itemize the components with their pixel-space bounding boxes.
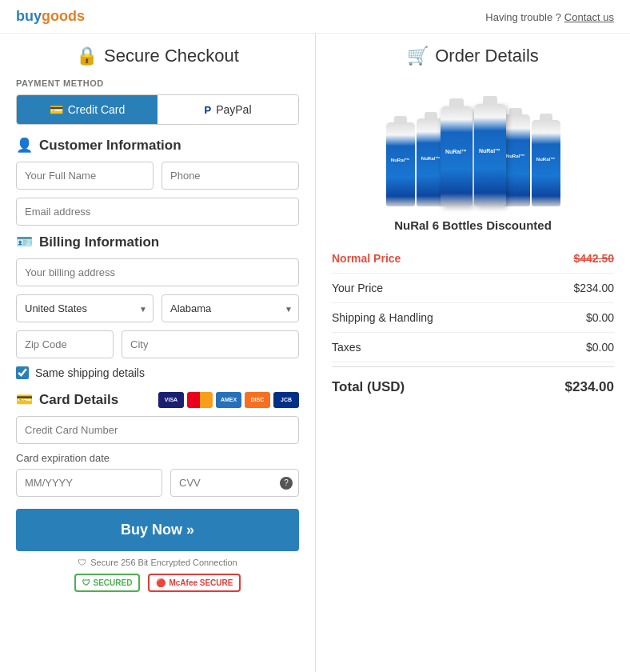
- payment-method-section: PAYMENT METHOD 💳 Credit Card P PayPal: [16, 78, 299, 125]
- shipping-label: Shipping & Handling: [332, 311, 433, 324]
- billing-address-input[interactable]: [16, 258, 299, 286]
- taxes-label: Taxes: [332, 341, 361, 354]
- cvv-wrapper: ?: [170, 469, 299, 497]
- cvv-help-icon[interactable]: ?: [280, 477, 293, 490]
- email-input[interactable]: [16, 198, 299, 226]
- expiry-input[interactable]: [16, 469, 162, 497]
- buy-now-button[interactable]: Buy Now »: [16, 509, 299, 551]
- country-state-row: United States Canada United Kingdom ▼ Al…: [16, 294, 299, 322]
- country-select[interactable]: United States Canada United Kingdom: [16, 294, 154, 322]
- country-wrapper: United States Canada United Kingdom ▼: [16, 294, 154, 322]
- expiry-cvv-row: ?: [16, 469, 299, 497]
- person-icon: 👤: [16, 137, 33, 154]
- shield-icon: 🛡: [78, 558, 86, 567]
- visa-icon: VISA: [158, 392, 184, 408]
- total-value: $234.00: [565, 379, 614, 395]
- taxes-value: $0.00: [586, 341, 614, 354]
- billing-info-title: 🪪 Billing Information: [16, 234, 299, 250]
- order-title: 🛒 Order Details: [332, 46, 614, 66]
- bottle-4: NuRal™: [474, 104, 506, 206]
- tab-paypal[interactable]: P PayPal: [158, 95, 298, 124]
- billing-info-section: 🪪 Billing Information United States Cana…: [16, 234, 299, 379]
- jcb-icon: JCB: [273, 392, 299, 408]
- discover-icon: DISC: [245, 392, 270, 408]
- total-label: Total (USD): [332, 379, 405, 395]
- customer-info-title: 👤 Customer Information: [16, 137, 299, 154]
- state-wrapper: Alabama Alaska Arizona California ▼: [161, 294, 299, 322]
- shipping-value: $0.00: [586, 311, 614, 324]
- top-bar: buygoods Having trouble ? Contact us: [0, 0, 630, 34]
- zip-input[interactable]: [16, 330, 114, 358]
- billing-icon: 🪪: [16, 234, 33, 250]
- payment-method-label: PAYMENT METHOD: [16, 78, 299, 88]
- card-details-title: 💳 Card Details: [16, 391, 118, 408]
- shipping-row: Shipping & Handling $0.00: [332, 303, 614, 333]
- card-details-section: 💳 Card Details VISA AMEX DISC JCB Card e…: [16, 391, 299, 497]
- phone-input[interactable]: [161, 162, 299, 190]
- mcafee-icon: 🔴: [156, 578, 165, 587]
- email-row: [16, 198, 299, 226]
- same-shipping-row: Same shipping details: [16, 366, 299, 379]
- paypal-label: PayPal: [216, 103, 251, 116]
- mcafee-badge: 🔴 McAfee SECURE: [148, 574, 241, 592]
- address-row: [16, 258, 299, 286]
- logo[interactable]: buygoods: [16, 8, 85, 25]
- normal-price-label: Normal Price: [332, 252, 401, 265]
- total-divider: [332, 366, 614, 367]
- trust-badges: 🛡 SECURED 🔴 McAfee SECURE: [16, 574, 299, 592]
- full-name-input[interactable]: [16, 162, 154, 190]
- mastercard-icon: [187, 392, 213, 408]
- name-phone-row: [16, 162, 299, 190]
- trouble-area: Having trouble ? Contact us: [485, 10, 614, 23]
- total-row: Total (USD) $234.00: [332, 371, 614, 403]
- card-icons-group: VISA AMEX DISC JCB: [158, 392, 299, 408]
- bottle-3: NuRal™: [441, 106, 472, 206]
- city-input[interactable]: [122, 330, 299, 358]
- your-price-label: Your Price: [332, 282, 383, 294]
- secured-shield-icon: 🛡: [82, 578, 90, 587]
- same-shipping-checkbox[interactable]: [16, 366, 29, 379]
- credit-card-icon: 💳: [50, 103, 63, 116]
- trouble-text: Having trouble ?: [485, 11, 561, 23]
- tab-credit-card[interactable]: 💳 Credit Card: [17, 95, 158, 124]
- bottle-6: NuRal™: [532, 120, 560, 206]
- expiry-label: Card expiration date: [16, 452, 299, 464]
- credit-card-label: Credit Card: [68, 103, 126, 116]
- customer-info-section: 👤 Customer Information: [16, 137, 299, 226]
- secure-connection-text: 🛡 Secure 256 Bit Encrypted Connection: [16, 558, 299, 567]
- card-details-header: 💳 Card Details VISA AMEX DISC JCB: [16, 391, 299, 408]
- product-name: NuRal 6 Bottles Discounted: [332, 218, 614, 232]
- zip-city-row: [16, 330, 299, 358]
- taxes-row: Taxes $0.00: [332, 333, 614, 362]
- your-price-row: Your Price $234.00: [332, 274, 614, 303]
- secured-badge: 🛡 SECURED: [74, 574, 141, 592]
- product-bottles: NuRal™ NuRal™ NuRal™: [386, 78, 560, 206]
- your-price-value: $234.00: [573, 282, 614, 294]
- same-shipping-label: Same shipping details: [35, 366, 145, 379]
- normal-price-row: Normal Price $442.50: [332, 244, 614, 274]
- payment-tabs: 💳 Credit Card P PayPal: [16, 94, 299, 125]
- checkout-title: 🔒 Secure Checkout: [16, 46, 299, 66]
- amex-icon: AMEX: [216, 392, 241, 408]
- state-select[interactable]: Alabama Alaska Arizona California: [161, 294, 299, 322]
- product-image-area: NuRal™ NuRal™ NuRal™: [332, 78, 614, 206]
- cart-icon: 🛒: [407, 46, 429, 66]
- lock-icon: 🔒: [76, 46, 98, 66]
- checkout-panel: 🔒 Secure Checkout PAYMENT METHOD 💳 Credi…: [0, 34, 316, 672]
- bottle-1: NuRal™: [386, 122, 415, 206]
- contact-link[interactable]: Contact us: [564, 11, 614, 23]
- card-icon: 💳: [16, 391, 33, 408]
- normal-price-value: $442.50: [573, 252, 614, 265]
- paypal-icon: P: [204, 104, 211, 116]
- card-number-input[interactable]: [16, 416, 299, 444]
- order-details-panel: 🛒 Order Details NuRal™ NuRal™: [316, 34, 630, 672]
- card-number-row: [16, 416, 299, 444]
